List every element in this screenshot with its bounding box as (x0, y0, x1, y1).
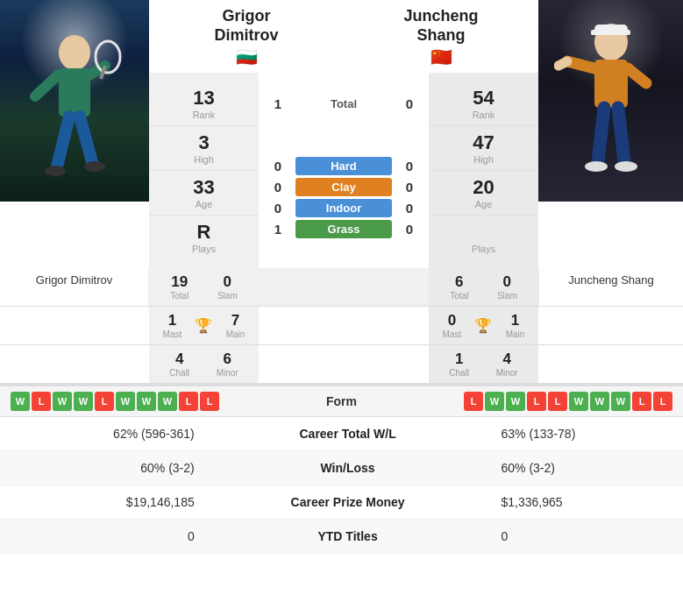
total-left-val: 1 (266, 96, 290, 111)
left-chall-lbl: Chall (169, 368, 189, 378)
right-plays-block: Plays (429, 216, 538, 259)
right-total-slam: 6 Total 0 Slam (429, 268, 538, 306)
total-label: Total (290, 97, 397, 110)
indoor-badge: Indoor (295, 199, 392, 217)
stats-table-row: 60% (3-2)Win/Loss60% (3-2) (0, 451, 683, 485)
right-player-name-block: Juncheng Shang 🇨🇳 (344, 7, 538, 69)
stat-center-label: Career Total W/L (212, 417, 484, 451)
right-main-lbl: Main (506, 329, 525, 339)
left-spacer-chall (0, 345, 149, 383)
right-age-block: 20 Age (429, 171, 538, 216)
left-plays-value: R (149, 221, 259, 244)
left-plays-block: R Plays (149, 216, 259, 259)
surface-indoor-row: 0 Indoor 0 (266, 199, 422, 217)
form-badge-left: W (53, 392, 72, 411)
indoor-left-val: 0 (266, 201, 290, 216)
stat-left-val: 0 (0, 520, 212, 554)
svg-point-8 (45, 166, 66, 176)
left-spacer-mast (0, 307, 149, 344)
form-badge-left: W (116, 392, 135, 411)
form-left-badges: WLWWLWWWLL (11, 392, 289, 411)
left-high-block: 3 High (149, 126, 259, 171)
right-plays-value (429, 221, 538, 244)
stat-left-val: $19,146,185 (0, 485, 212, 520)
left-high-label: High (149, 154, 259, 165)
left-player-name: Grigor Dimitrov (149, 7, 344, 45)
right-plays-label: Plays (429, 244, 538, 254)
right-slam-val: 0 (497, 273, 517, 291)
left-total-slam: 19 Total 0 Slam (149, 268, 259, 306)
right-chall-minor: 1 Chall 4 Minor (429, 345, 538, 383)
svg-line-17 (598, 108, 604, 162)
form-badge-left: W (137, 392, 156, 411)
form-badge-left: W (74, 392, 93, 411)
right-main-val: 1 (506, 312, 525, 329)
form-badge-right: L (632, 392, 651, 411)
stats-table: 62% (596-361)Career Total W/L63% (133-78… (0, 417, 683, 554)
left-main-lbl: Main (226, 329, 245, 339)
right-player-flag: 🇨🇳 (344, 46, 538, 67)
form-badge-right: L (527, 392, 546, 411)
svg-line-16 (628, 68, 646, 83)
svg-point-20 (615, 161, 637, 172)
right-rank-value: 54 (429, 87, 538, 110)
form-badge-right: W (611, 392, 630, 411)
right-player-name: Juncheng Shang (344, 7, 538, 45)
right-player-name-under: Juncheng Shang (538, 268, 683, 306)
stat-right-val: 63% (133-78) (483, 417, 683, 451)
left-slam-lbl: Slam (217, 291, 238, 301)
grass-right-val: 0 (397, 222, 422, 237)
form-badge-left: W (158, 392, 177, 411)
names-row: Grigor Dimitrov 🇧🇬 Juncheng Shang 🇨🇳 (149, 0, 538, 73)
right-chall-val: 1 (449, 350, 469, 368)
stat-center-label: Win/Loss (212, 451, 484, 485)
right-age-label: Age (429, 199, 538, 209)
form-badge-left: W (11, 392, 30, 411)
hard-badge: Hard (295, 157, 392, 175)
right-mast-lbl: Mast (443, 329, 462, 339)
stat-right-val: 60% (3-2) (483, 451, 683, 485)
form-badge-right: L (464, 392, 483, 411)
left-chall-val: 4 (169, 350, 189, 368)
left-total-lbl: Total (170, 291, 189, 301)
right-total-lbl: Total (450, 291, 468, 301)
form-badge-left: L (95, 392, 114, 411)
left-player-name-under: Grigor Dimitrov (0, 268, 149, 306)
form-badge-right: W (506, 392, 525, 411)
left-player-name-block: Grigor Dimitrov 🇧🇬 (149, 7, 344, 69)
right-total-val: 6 (450, 273, 468, 291)
right-chall-lbl: Chall (449, 368, 469, 378)
left-mast-lbl: Mast (163, 329, 182, 339)
hard-left-val: 0 (266, 159, 290, 173)
main-wrapper: Grigor Dimitrov 🇧🇬 Juncheng Shang 🇨🇳 (0, 0, 683, 554)
total-comparison-row: 1 Total 0 (266, 96, 422, 111)
left-age-value: 33 (149, 176, 259, 199)
stats-table-row: $19,146,185Career Prize Money$1,336,965 (0, 485, 683, 520)
left-minor-val: 6 (217, 350, 238, 368)
form-badge-right: W (569, 392, 588, 411)
stat-right-val: $1,336,965 (483, 485, 683, 520)
center-spacer-2 (259, 307, 429, 344)
clay-right-val: 0 (397, 180, 422, 195)
surface-hard-row: 0 Hard 0 (266, 157, 422, 175)
right-trophy-icon: 🏆 (474, 317, 492, 334)
svg-line-15 (558, 61, 567, 66)
form-badge-left: L (32, 392, 51, 411)
svg-rect-12 (591, 30, 630, 35)
right-age-value: 20 (429, 176, 538, 199)
right-rank-block: 54 Rank (429, 81, 538, 126)
dimitrov-silhouette (22, 26, 127, 202)
comparison-top: Grigor Dimitrov 🇧🇬 Juncheng Shang 🇨🇳 (0, 0, 683, 268)
left-total-val: 19 (170, 273, 189, 291)
right-minor-lbl: Minor (496, 368, 518, 378)
form-label: Form (289, 394, 395, 408)
left-slam-val: 0 (217, 273, 238, 291)
right-spacer-chall (538, 345, 683, 383)
left-plays-label: Plays (149, 244, 259, 254)
player-data-center: Grigor Dimitrov 🇧🇬 Juncheng Shang 🇨🇳 (149, 0, 538, 268)
svg-line-18 (618, 108, 624, 162)
left-stats-column: 13 Rank 3 High 33 Age R Plays (149, 73, 259, 268)
grass-badge: Grass (295, 220, 392, 238)
right-rank-label: Rank (429, 110, 538, 120)
photo-shang (538, 0, 683, 202)
